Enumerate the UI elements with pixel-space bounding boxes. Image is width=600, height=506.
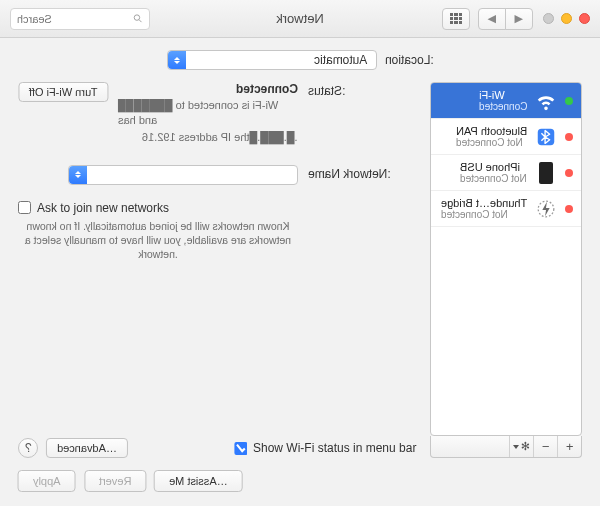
- content: Location: Automatic Wi-Fi Connected: [0, 38, 600, 506]
- status-dot: [565, 97, 573, 105]
- status-dot: [565, 205, 573, 213]
- search-field[interactable]: [10, 8, 150, 30]
- status-row: Status: Connected Wi-Fi is connected to …: [18, 82, 416, 145]
- location-dropdown[interactable]: Automatic: [167, 50, 377, 70]
- service-item-bluetooth-pan[interactable]: Bluetooth PAN Not Connected: [431, 119, 581, 155]
- network-name-row: Network Name:: [18, 165, 416, 185]
- assist-me-button[interactable]: Assist Me…: [154, 470, 243, 492]
- remove-service-button[interactable]: −: [533, 436, 557, 457]
- service-name: Thunde…t Bridge: [441, 197, 527, 209]
- bluetooth-icon: [535, 126, 557, 148]
- service-sidebar: Wi-Fi Connected Bluetooth PAN Not Connec…: [430, 82, 582, 458]
- service-item-wifi[interactable]: Wi-Fi Connected: [431, 83, 581, 119]
- search-icon: [133, 13, 143, 24]
- service-name: Bluetooth PAN: [456, 125, 527, 137]
- ask-join-input[interactable]: [18, 201, 31, 214]
- service-status: Not Connected: [441, 209, 527, 220]
- window-controls: [543, 13, 590, 24]
- network-name-label: Network Name:: [308, 167, 391, 181]
- svg-line-1: [139, 20, 141, 22]
- service-actions-menu[interactable]: ✻: [509, 436, 533, 457]
- help-button[interactable]: ?: [18, 438, 38, 458]
- search-input[interactable]: [17, 13, 128, 25]
- show-menu-label: Show Wi-Fi status in menu bar: [253, 441, 416, 455]
- close-button[interactable]: [579, 13, 590, 24]
- service-name: Wi-Fi: [479, 89, 527, 101]
- turn-wifi-off-button[interactable]: Turn Wi-Fi Off: [18, 82, 108, 102]
- minimize-button[interactable]: [561, 13, 572, 24]
- dropdown-stepper-icon: [69, 166, 87, 184]
- zoom-button[interactable]: [543, 13, 554, 24]
- status-desc-1: Wi-Fi is connected to ███████ and has: [118, 98, 298, 128]
- network-name-dropdown[interactable]: [68, 165, 298, 185]
- service-toolbar: + − ✻: [430, 436, 582, 458]
- wifi-icon: [535, 90, 557, 112]
- advanced-button[interactable]: Advanced…: [46, 438, 128, 458]
- detail-pane: Status: Connected Wi-Fi is connected to …: [18, 82, 416, 458]
- service-status: Not Connected: [460, 173, 527, 184]
- status-label: Status:: [308, 84, 345, 98]
- status-dot: [565, 133, 573, 141]
- service-toolbar-scroll[interactable]: [431, 436, 455, 457]
- dropdown-stepper-icon: [168, 51, 186, 69]
- main-split: Wi-Fi Connected Bluetooth PAN Not Connec…: [18, 82, 582, 458]
- show-all-button[interactable]: [442, 8, 470, 30]
- nav-buttons: ◀ ▶: [478, 8, 533, 30]
- menu-row: Show Wi-Fi status in menu bar Advanced… …: [18, 428, 416, 458]
- service-status: Connected: [479, 101, 527, 112]
- footer: Assist Me… Revert Apply: [18, 458, 582, 492]
- forward-button[interactable]: ▶: [478, 8, 506, 30]
- revert-button[interactable]: Revert: [84, 470, 146, 492]
- service-status: Not Connected: [456, 137, 527, 148]
- ask-join-desc: Known networks will be joined automatica…: [18, 219, 298, 262]
- status-desc-2: the IP address 192.16█.███.█.: [142, 130, 298, 145]
- back-button[interactable]: ◀: [505, 8, 533, 30]
- location-row: Location: Automatic: [18, 50, 582, 70]
- titlebar: ◀ ▶ Network: [0, 0, 600, 38]
- thunderbolt-icon: [535, 198, 557, 220]
- add-service-button[interactable]: +: [557, 436, 581, 457]
- ask-join-checkbox[interactable]: Ask to join new networks: [18, 201, 298, 215]
- apply-button[interactable]: Apply: [18, 470, 76, 492]
- phone-icon: [535, 162, 557, 184]
- status-value: Connected: [236, 82, 298, 96]
- location-label: Location:: [385, 53, 434, 67]
- location-value: Automatic: [314, 53, 367, 67]
- ask-join-label: Ask to join new networks: [37, 201, 169, 215]
- service-item-thunderbolt-bridge[interactable]: Thunde…t Bridge Not Connected: [431, 191, 581, 227]
- show-menu-input[interactable]: [234, 442, 247, 455]
- ask-join-row: Ask to join new networks Known networks …: [18, 201, 416, 262]
- svg-point-0: [134, 15, 139, 20]
- show-menu-checkbox[interactable]: Show Wi-Fi status in menu bar: [234, 441, 416, 455]
- grid-icon: [450, 13, 462, 25]
- service-name: iPhone USB: [460, 161, 527, 173]
- service-list: Wi-Fi Connected Bluetooth PAN Not Connec…: [430, 82, 582, 436]
- status-dot: [565, 169, 573, 177]
- service-item-iphone-usb[interactable]: iPhone USB Not Connected: [431, 155, 581, 191]
